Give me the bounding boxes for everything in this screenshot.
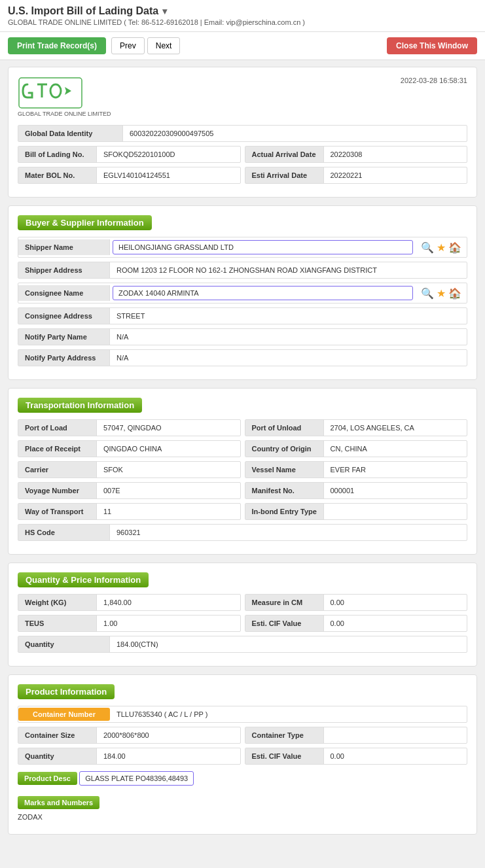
product-badge: Product Information bbox=[18, 684, 115, 699]
port-load-value: 57047, QINGDAO bbox=[97, 420, 240, 436]
buyer-supplier-badge: Buyer & Supplier Information bbox=[18, 215, 152, 230]
manifest-value: 000001 bbox=[324, 483, 467, 498]
product-quantity-field: Quantity 184.00 bbox=[18, 748, 241, 765]
port-load-label: Port of Load bbox=[18, 420, 97, 436]
place-receipt-field: Place of Receipt QINGDAO CHINA bbox=[18, 440, 241, 457]
buyer-supplier-section: Buyer & Supplier Information Shipper Nam… bbox=[8, 205, 477, 380]
place-receipt-label: Place of Receipt bbox=[18, 441, 97, 457]
consignee-star-icon[interactable]: ★ bbox=[437, 287, 446, 300]
product-cif-field: Esti. CIF Value 0.00 bbox=[245, 748, 468, 765]
product-desc-section: Product Desc GLASS PLATE PO48396,48493 bbox=[18, 769, 467, 788]
container-number-row: Container Number TLLU7635340 ( AC / L / … bbox=[18, 706, 467, 723]
prev-button[interactable]: Prev bbox=[111, 37, 145, 54]
marks-section: Marks and Numbers ZODAX bbox=[18, 792, 467, 825]
way-transport-field: Way of Transport 11 bbox=[18, 503, 241, 520]
quantity-label: Quantity bbox=[18, 636, 110, 652]
teus-label: TEUS bbox=[18, 616, 97, 631]
teus-value: 1.00 bbox=[97, 616, 240, 631]
country-origin-field: Country of Origin CN, CHINA bbox=[245, 440, 468, 457]
master-bol-field: Mater BOL No. EGLV140104124551 bbox=[18, 167, 241, 184]
toolbar: Print Trade Record(s) Prev Next Close Th… bbox=[0, 32, 485, 60]
close-window-button[interactable]: Close This Window bbox=[387, 37, 477, 54]
consignee-name-row: Consignee Name ZODAX 14040 ARMINTA 🔍 ★ 🏠 bbox=[18, 283, 467, 304]
product-section: Product Information Container Number TLL… bbox=[8, 674, 477, 835]
port-unload-value: 2704, LOS ANGELES, CA bbox=[324, 420, 467, 436]
shipper-search-icon[interactable]: 🔍 bbox=[421, 241, 434, 254]
shipper-star-icon[interactable]: ★ bbox=[437, 241, 446, 254]
esti-cif-value: 0.00 bbox=[324, 616, 467, 631]
way-transport-label: Way of Transport bbox=[18, 504, 97, 519]
product-desc-value: GLASS PLATE PO48396,48493 bbox=[79, 771, 194, 786]
global-data-label: Global Data Identity bbox=[18, 126, 123, 141]
shipper-name-value: HEILONGJIANG GRASSLAND LTD bbox=[113, 240, 413, 254]
container-size-value: 2000*806*800 bbox=[97, 727, 240, 743]
master-bol-value: EGLV140104124551 bbox=[97, 167, 240, 183]
way-transport-value: 11 bbox=[97, 504, 240, 519]
consignee-search-icon[interactable]: 🔍 bbox=[421, 287, 434, 300]
shipper-home-icon[interactable]: 🏠 bbox=[448, 241, 461, 254]
actual-arrival-field: Actual Arrival Date 20220308 bbox=[245, 146, 468, 163]
quantity-value: 184.00(CTN) bbox=[110, 636, 467, 652]
product-quantity-label: Quantity bbox=[18, 748, 97, 764]
teus-cif-row: TEUS 1.00 Esti. CIF Value 0.00 bbox=[18, 615, 467, 632]
vessel-name-label: Vessel Name bbox=[245, 462, 324, 477]
country-origin-label: Country of Origin bbox=[245, 441, 324, 457]
bol-value: SFOKQD522010100D bbox=[97, 147, 240, 162]
hs-code-row: HS Code 960321 bbox=[18, 524, 467, 541]
shipper-name-label: Shipper Name bbox=[18, 239, 110, 255]
dropdown-arrow-icon[interactable]: ▾ bbox=[162, 6, 167, 16]
container-number-label: Container Number bbox=[18, 708, 110, 721]
consignee-name-label: Consignee Name bbox=[18, 285, 110, 301]
notify-party-address-value: N/A bbox=[110, 350, 467, 366]
record-timestamp: 2022-03-28 16:58:31 bbox=[401, 77, 467, 84]
consignee-address-value: STREET bbox=[110, 308, 467, 324]
esti-arrival-field: Esti Arrival Date 20220221 bbox=[245, 167, 468, 184]
bol-row: Bill of Lading No. SFOKQD522010100D Actu… bbox=[18, 146, 467, 163]
quantity-price-badge: Quantity & Price Information bbox=[18, 572, 149, 587]
measure-field: Measure in CM 0.00 bbox=[245, 594, 468, 611]
global-data-value: 600320220309000497505 bbox=[123, 126, 220, 141]
product-cif-label: Esti. CIF Value bbox=[245, 748, 324, 764]
consignee-home-icon[interactable]: 🏠 bbox=[448, 287, 461, 300]
esti-arrival-label: Esti Arrival Date bbox=[245, 167, 324, 183]
notify-party-address-row: Notify Party Address N/A bbox=[18, 349, 467, 366]
quantity-row: Quantity 184.00(CTN) bbox=[18, 636, 467, 653]
manifest-label: Manifest No. bbox=[245, 483, 324, 498]
esti-cif-label: Esti. CIF Value bbox=[245, 616, 324, 631]
page-subtitle: GLOBAL TRADE ONLINE LIMITED ( Tel: 86-51… bbox=[8, 18, 477, 26]
teus-field: TEUS 1.00 bbox=[18, 615, 241, 632]
port-unload-field: Port of Unload 2704, LOS ANGELES, CA bbox=[245, 419, 468, 436]
product-desc-label: Product Desc bbox=[18, 772, 77, 785]
print-button[interactable]: Print Trade Record(s) bbox=[8, 37, 106, 54]
esti-cif-field: Esti. CIF Value 0.00 bbox=[245, 615, 468, 632]
shipper-address-row: Shipper Address ROOM 1203 12 FLOOR NO 16… bbox=[18, 262, 467, 279]
master-bol-label: Mater BOL No. bbox=[18, 167, 97, 183]
measure-value: 0.00 bbox=[324, 595, 467, 610]
receipt-origin-row: Place of Receipt QINGDAO CHINA Country o… bbox=[18, 440, 467, 457]
product-cif-value: 0.00 bbox=[324, 748, 467, 764]
notify-party-value: N/A bbox=[110, 329, 467, 345]
bol-field: Bill of Lading No. SFOKQD522010100D bbox=[18, 146, 241, 163]
logo-container: GLOBAL TRADE ONLINE LIMITED bbox=[18, 77, 111, 117]
container-size-type-row: Container Size 2000*806*800 Container Ty… bbox=[18, 727, 467, 744]
voyage-field: Voyage Number 007E bbox=[18, 482, 241, 499]
container-size-label: Container Size bbox=[18, 727, 97, 743]
next-button[interactable]: Next bbox=[147, 37, 181, 54]
transportation-badge: Transportation Information bbox=[18, 398, 142, 413]
notify-party-address-label: Notify Party Address bbox=[18, 350, 110, 366]
notify-party-row: Notify Party Name N/A bbox=[18, 328, 467, 345]
port-unload-label: Port of Unload bbox=[245, 420, 324, 436]
product-quantity-value: 184.00 bbox=[97, 748, 240, 764]
weight-field: Weight (KG) 1,840.00 bbox=[18, 594, 241, 611]
transportation-section: Transportation Information Port of Load … bbox=[8, 388, 477, 555]
actual-arrival-label: Actual Arrival Date bbox=[245, 147, 324, 162]
carrier-label: Carrier bbox=[18, 462, 97, 477]
country-origin-value: CN, CHINA bbox=[324, 441, 467, 457]
consignee-address-row: Consignee Address STREET bbox=[18, 307, 467, 324]
consignee-name-value: ZODAX 14040 ARMINTA bbox=[113, 286, 413, 300]
page-title: U.S. Import Bill of Lading Data ▾ bbox=[8, 5, 477, 17]
weight-value: 1,840.00 bbox=[97, 595, 240, 610]
carrier-value: SFOK bbox=[97, 462, 240, 477]
bol-label: Bill of Lading No. bbox=[18, 147, 97, 162]
inbond-label: In-bond Entry Type bbox=[245, 504, 324, 519]
